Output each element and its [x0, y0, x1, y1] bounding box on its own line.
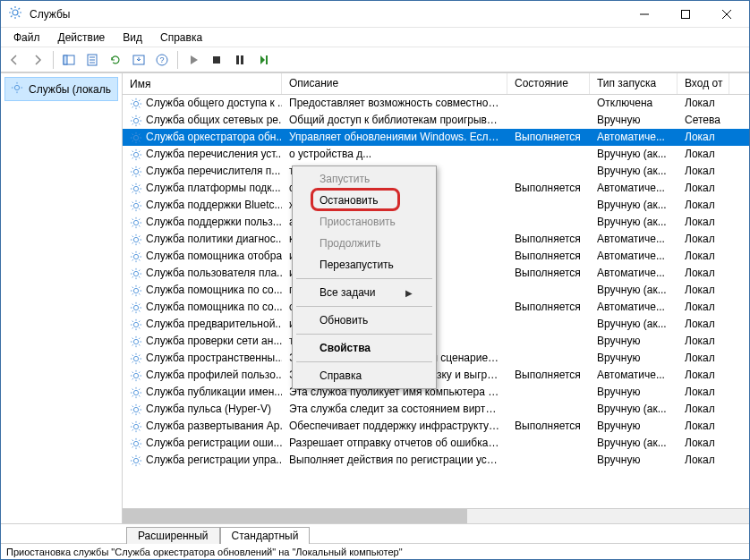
svg-rect-24: [241, 55, 243, 64]
close-button[interactable]: [706, 1, 747, 28]
ctx-restart[interactable]: Перезапустить: [294, 254, 434, 276]
export-button[interactable]: [129, 50, 149, 70]
menu-file[interactable]: Файл: [6, 30, 47, 46]
service-startup: Вручную (ак...: [590, 435, 678, 452]
svg-point-31: [133, 101, 138, 106]
window-title: Службы: [30, 8, 70, 21]
svg-point-184: [133, 390, 138, 395]
ctx-properties[interactable]: Свойства: [294, 337, 434, 359]
service-startup: Вручную (ак...: [590, 401, 678, 418]
minimize-button[interactable]: [624, 1, 665, 28]
svg-line-65: [132, 157, 133, 158]
table-row[interactable]: Служба оркестратора обн...Управляет обно…: [123, 129, 749, 146]
service-logon: Локал: [678, 95, 729, 112]
col-header-logon[interactable]: Вход от: [678, 73, 729, 94]
table-row[interactable]: Служба развертывания Ар...Обеспечивает п…: [123, 418, 749, 435]
service-name: Служба помощника по со...: [146, 299, 282, 316]
service-logon: Локал: [678, 401, 729, 418]
svg-line-36: [132, 99, 133, 100]
ctx-refresh[interactable]: Обновить: [294, 310, 434, 331]
stop-service-button[interactable]: [207, 50, 226, 70]
col-header-desc[interactable]: Описание: [282, 73, 507, 94]
col-header-start[interactable]: Тип запуска: [590, 73, 678, 94]
svg-line-5: [11, 8, 13, 10]
gear-icon: [130, 132, 142, 144]
show-hide-panel-button[interactable]: [59, 50, 79, 70]
refresh-button[interactable]: [106, 50, 125, 70]
svg-line-181: [139, 378, 140, 379]
gear-icon: [130, 301, 142, 314]
svg-point-148: [133, 322, 138, 327]
properties-button[interactable]: [82, 50, 102, 70]
service-state: [507, 163, 590, 180]
ctx-help[interactable]: Справка: [294, 365, 434, 386]
svg-line-192: [139, 388, 140, 389]
service-state: Выполняется: [507, 248, 590, 265]
gear-icon: [130, 148, 142, 161]
table-row[interactable]: Служба регистрации оши...Разрешает отпра…: [123, 435, 749, 452]
horizontal-scrollbar[interactable]: [123, 508, 749, 523]
service-desc: Выполняет действия по регистрации устр..…: [282, 452, 507, 469]
col-header-name[interactable]: Имя: [123, 73, 282, 94]
svg-line-138: [139, 286, 140, 287]
table-row[interactable]: Служба общих сетевых ре...Общий доступ к…: [123, 112, 749, 129]
svg-line-165: [139, 337, 140, 338]
start-service-button[interactable]: [183, 50, 203, 70]
table-row[interactable]: Служба регистрации упра...Выполняет дейс…: [123, 452, 749, 469]
menu-action[interactable]: Действие: [51, 30, 113, 46]
tab-extended[interactable]: Расширенный: [126, 527, 220, 544]
service-logon: Локал: [678, 214, 729, 231]
chevron-right-icon: ▶: [405, 288, 413, 298]
svg-line-72: [132, 167, 133, 168]
service-name: Служба пульса (Hyper-V): [146, 401, 271, 418]
back-button[interactable]: [4, 50, 24, 70]
ctx-all-tasks[interactable]: Все задачи▶: [294, 282, 434, 303]
service-state: Выполняется: [507, 265, 590, 282]
svg-line-162: [132, 337, 133, 338]
svg-line-56: [132, 140, 133, 141]
svg-point-26: [14, 85, 19, 89]
forward-button[interactable]: [28, 50, 47, 70]
gear-icon: [130, 250, 142, 263]
service-startup: Вручную (ак...: [590, 316, 678, 333]
service-logon: Локал: [678, 367, 729, 384]
titlebar: Службы: [1, 1, 749, 28]
menu-help[interactable]: Справка: [153, 30, 209, 46]
svg-line-47: [132, 123, 133, 124]
service-startup: Автоматиче...: [590, 231, 678, 248]
svg-line-75: [139, 167, 140, 168]
svg-line-191: [132, 395, 133, 396]
tree-item-services[interactable]: Службы (локаль: [4, 77, 118, 101]
help-button[interactable]: ?: [152, 50, 172, 70]
tab-standard[interactable]: Стандартный: [220, 527, 311, 544]
menu-view[interactable]: Вид: [115, 30, 149, 46]
svg-point-166: [133, 356, 138, 361]
svg-line-126: [132, 269, 133, 270]
svg-line-109: [139, 242, 140, 243]
col-header-state[interactable]: Состояние: [507, 73, 590, 94]
svg-line-54: [132, 133, 133, 134]
service-name: Служба общего доступа к ...: [146, 95, 282, 112]
gear-icon: [130, 98, 142, 110]
restart-service-button[interactable]: [253, 50, 273, 70]
table-row[interactable]: Служба общего доступа к ...Предоставляет…: [123, 95, 749, 112]
service-desc: Обеспечивает поддержку инфраструктур...: [282, 418, 507, 435]
table-row[interactable]: Служба пульса (Hyper-V)Эта служба следит…: [123, 401, 749, 418]
service-logon: Локал: [678, 316, 729, 333]
svg-line-37: [139, 106, 140, 107]
service-startup: Вручную: [590, 452, 678, 469]
context-menu: Запустить Остановить Приостановить Продо…: [292, 165, 437, 389]
svg-line-209: [132, 429, 133, 430]
ctx-stop[interactable]: Остановить: [294, 190, 434, 211]
service-state: [507, 333, 590, 350]
svg-line-119: [132, 259, 133, 260]
svg-line-199: [139, 412, 140, 413]
table-row[interactable]: Служба перечисления уст...о устройства д…: [123, 146, 749, 163]
pause-service-button[interactable]: [230, 50, 250, 70]
service-name: Служба предварительной...: [146, 316, 282, 333]
gear-icon: [130, 233, 142, 246]
maximize-button[interactable]: [665, 1, 706, 28]
gear-icon: [130, 216, 142, 229]
svg-line-183: [139, 371, 140, 372]
svg-text:?: ?: [159, 55, 164, 64]
